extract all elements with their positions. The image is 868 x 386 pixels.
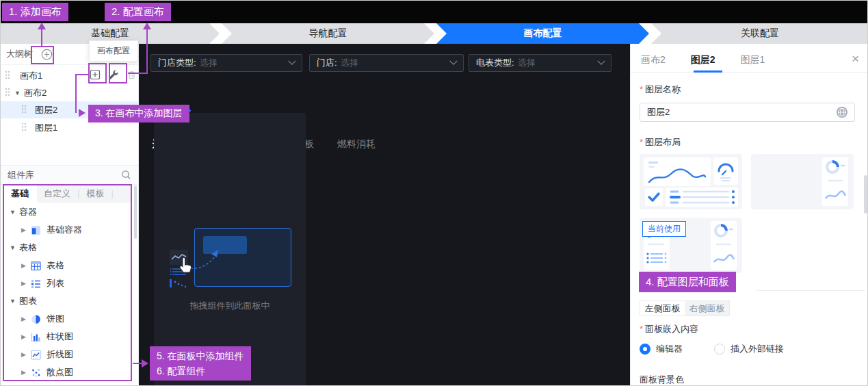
pie-chart-icon [31,314,41,324]
group-table[interactable]: ▼ 表格 [3,239,130,257]
caret-right-icon[interactable]: ▶ [21,333,26,340]
item-scatter-chart[interactable]: ▶ 散点图 [3,363,130,381]
expand-caret-icon[interactable]: ▼ [14,90,21,96]
item-line-chart[interactable]: ▶ 折线图 [3,346,130,363]
config-panel: 画布2 图层2 图层1 × *图层名称 *图层布局 [630,44,868,386]
tree-row-label[interactable]: 图层1 [35,122,57,134]
tree-row-canvas2[interactable]: ▼ 画布2 [1,84,138,101]
layout-thumb-top-panels[interactable] [640,154,742,209]
tab-basic[interactable]: 基础 [3,184,37,203]
step-label: 画布配置 [524,27,562,40]
caret-right-icon[interactable]: ▶ [21,227,26,233]
tab-layer2[interactable]: 图层2 [691,54,715,66]
layer-layout-label: *图层布局 [640,136,681,149]
annotation-badge-2: 2. 配置画布 [105,3,171,21]
required-mark: * [640,84,643,94]
dashboard-preview: 门店类型: 选择 门店: 选择 电表类型: 选择 运维看板 发电性能 蒸汽看板 … [139,44,630,386]
item-label: 饼图 [47,313,64,325]
meter-type-select[interactable]: 电表类型: 选择 [469,54,611,72]
caret-right-icon[interactable]: ▶ [21,369,26,376]
drag-handle-icon[interactable] [5,70,10,81]
item-label: 基础容器 [47,224,82,236]
item-label: 柱状图 [47,331,73,343]
group-label: 表格 [19,242,37,254]
radio-external-link[interactable]: 插入外部链接 [714,343,784,355]
scatter-chart-icon [31,368,41,378]
annotation-badge-4: 4. 配置图层和面板 [639,272,736,292]
panel-scrollbar[interactable] [864,175,867,214]
annotation-line-5: 5. 在面板中添加组件 [157,348,244,363]
tree-row-canvas1[interactable]: 画布1 [1,67,138,84]
layer-panel-dropzone[interactable]: 拖拽组件到此面板中 [154,113,306,386]
select-label: 门店: [317,57,337,69]
required-mark: * [640,137,643,147]
tab-fuel-consumption[interactable]: 燃料消耗 [337,138,376,151]
radio-unselected-icon[interactable] [714,344,725,355]
layer-name-input[interactable] [640,103,855,122]
caret-down-icon[interactable]: ▼ [10,298,16,305]
delete-canvas-icon[interactable] [127,70,137,80]
list-icon [31,279,41,289]
embed-content-label: *面板嵌入内容 [640,323,698,335]
configure-canvas-wrench-icon[interactable] [108,69,119,80]
tree-row-label[interactable]: 图层2 [35,104,57,116]
panel-side-tabs: 左侧面板 右侧面板 [640,300,730,316]
store-type-select[interactable]: 门店类型: 选择 [150,54,302,72]
close-icon[interactable]: × [852,52,859,65]
tab-template[interactable]: 模板 [79,188,111,200]
step-label: 基础配置 [91,27,129,40]
group-chart[interactable]: ▼ 图表 [3,292,130,310]
step-label: 导航配置 [309,27,347,40]
bar-chart-icon [31,332,41,342]
search-icon[interactable] [121,170,131,180]
item-pie-chart[interactable]: ▶ 饼图 [3,310,130,328]
drag-handle-icon[interactable] [21,105,27,116]
tree-row-label[interactable]: 画布1 [20,70,42,82]
caret-right-icon[interactable]: ▶ [21,351,26,358]
add-canvas-icon[interactable] [41,49,53,60]
step-relation-config[interactable]: 关联配置 [651,23,868,44]
add-layer-icon[interactable] [90,69,101,80]
tab-left-panel[interactable]: 左侧面板 [640,301,685,316]
library-title: 组件库 [8,169,34,181]
drag-handle-icon[interactable] [21,123,27,133]
caret-down-icon[interactable]: ▼ [10,209,16,216]
radio-editor[interactable]: 编辑器 [640,343,683,355]
store-select[interactable]: 门店: 选择 [309,54,464,72]
radio-selected-icon[interactable] [640,344,650,355]
tab-custom[interactable]: 自定义 [37,188,77,200]
sidebar-scrollbar[interactable] [134,185,137,239]
step-nav-config[interactable]: 导航配置 [222,23,434,44]
caret-right-icon[interactable]: ▶ [21,316,26,322]
item-label: 表格 [47,259,64,272]
group-container[interactable]: ▼ 容器 [3,203,130,221]
globe-icon[interactable] [836,106,848,118]
item-list[interactable]: ▶ 列表 [3,274,130,292]
select-value: 选择 [200,57,218,69]
item-table[interactable]: ▶ 表格 [3,257,130,274]
item-basic-container[interactable]: ▶ 基础容器 [3,221,130,239]
item-label: 列表 [47,277,64,290]
group-label: 容器 [19,206,37,218]
caret-down-icon[interactable]: ▼ [10,244,16,251]
step-canvas-config[interactable]: 画布配置 [436,23,649,44]
panel-bg-color-label: 面板背景色 [640,374,684,386]
item-bar-chart[interactable]: ▶ 柱状图 [3,328,130,346]
tab-right-panel[interactable]: 右侧面板 [685,301,729,316]
tab-canvas2[interactable]: 画布2 [641,54,666,66]
drag-handle-icon[interactable] [5,88,10,99]
tooltip-text: 画布配置 [97,45,130,57]
thumb-list-card [666,188,738,207]
group-label: 图表 [19,295,37,307]
select-value: 选择 [341,57,358,69]
thumb-right-strip [822,157,848,206]
caret-right-icon[interactable]: ▶ [21,262,26,269]
caret-right-icon[interactable]: ▶ [21,280,26,287]
tree-row-label[interactable]: 画布2 [24,87,47,99]
component-library-header: 组件库 [1,165,138,185]
arrow-to-badge-2 [143,23,151,29]
layout-thumb-right-panel[interactable] [751,154,854,209]
chevron-down-icon [288,57,295,65]
tab-layer1[interactable]: 图层1 [741,54,765,66]
current-use-badge: 当前使用 [642,221,686,237]
